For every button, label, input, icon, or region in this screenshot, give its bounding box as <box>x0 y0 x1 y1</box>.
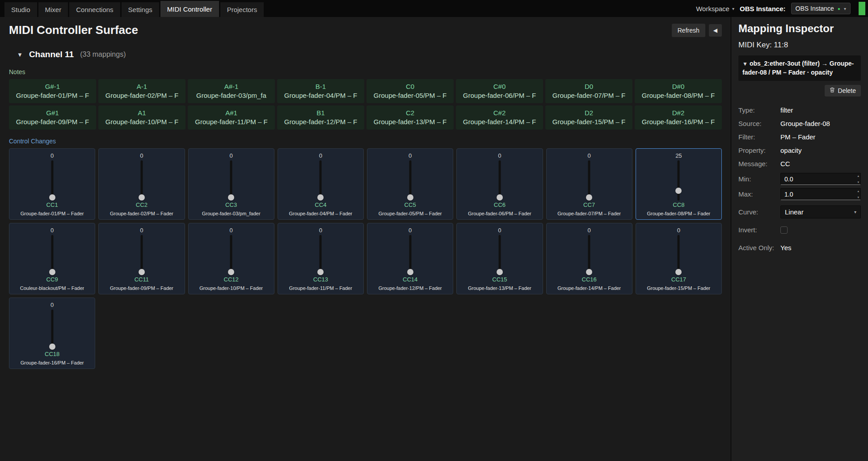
curve-select[interactable]: Linear ▾ <box>780 205 861 218</box>
tab-mixer[interactable]: Mixer <box>38 2 68 17</box>
cc-fader-slider[interactable] <box>281 160 361 201</box>
cc-fader-slider[interactable] <box>12 160 92 201</box>
cc-fader-card[interactable]: 0 CC14 Groupe-fader-12/PM – Fader <box>367 223 453 294</box>
slider-thumb[interactable] <box>317 269 324 275</box>
obs-instance-select[interactable]: OBS Instance ● ▾ <box>791 3 851 14</box>
slider-thumb[interactable] <box>497 269 503 275</box>
slider-thumb[interactable] <box>497 194 503 201</box>
note-mapping-card[interactable]: G#1 Groupe-fader-09/PM – F <box>9 105 96 130</box>
note-mapping-card[interactable]: D#2 Groupe-fader-16/PM – F <box>635 105 722 130</box>
trash-icon <box>830 87 835 94</box>
cc-fader-card[interactable]: 0 CC7 Groupe-fader-07/PM – Fader <box>546 148 632 220</box>
cc-fader-slider[interactable] <box>370 160 450 201</box>
tab-label: Studio <box>11 6 30 13</box>
cc-fader-slider[interactable] <box>459 235 539 275</box>
cc-fader-slider[interactable] <box>281 235 361 275</box>
max-input-field[interactable] <box>781 189 860 200</box>
slider-thumb[interactable] <box>139 269 145 275</box>
collapse-inspector-button[interactable]: ◀ <box>709 24 722 37</box>
slider-thumb[interactable] <box>49 194 55 201</box>
cc-fader-slider[interactable] <box>12 310 92 350</box>
invert-checkbox[interactable] <box>780 226 788 234</box>
note-mapping-card[interactable]: A-1 Groupe-fader-02/PM – F <box>98 79 185 103</box>
cc-fader-card[interactable]: 0 CC5 Groupe-fader-05/PM – Fader <box>367 148 453 220</box>
note-mapping-card[interactable]: D#0 Groupe-fader-08/PM – F <box>635 79 722 103</box>
slider-thumb[interactable] <box>675 188 682 194</box>
channel-name: Channel 11 <box>29 50 74 59</box>
note-mapping-card[interactable]: A#-1 Groupe-fader-03/pm_fa <box>188 79 275 103</box>
cc-fader-card[interactable]: 0 CC9 Couleur-blackout/PM – Fader <box>9 223 95 294</box>
delete-button[interactable]: Delete <box>825 85 861 96</box>
note-mapping-card[interactable]: B1 Groupe-fader-12/PM – F <box>277 105 364 130</box>
workspace-menu[interactable]: Workspace ▾ <box>696 5 734 13</box>
filter-label: Filter: <box>738 133 780 141</box>
slider-thumb[interactable] <box>317 194 324 201</box>
cc-number: CC11 <box>135 276 149 283</box>
cc-fader-card[interactable]: 0 CC4 Groupe-fader-04/PM – Fader <box>278 148 364 220</box>
slider-thumb[interactable] <box>586 269 592 275</box>
cc-number: CC5 <box>405 201 416 208</box>
cc-fader-card[interactable]: 0 CC6 Groupe-fader-06/PM – Fader <box>456 148 543 220</box>
source-label: Source: <box>738 120 780 127</box>
cc-fader-card[interactable]: 0 CC17 Groupe-fader-15/PM – Fader <box>636 223 722 294</box>
note-mapping-card[interactable]: D2 Groupe-fader-15/PM – F <box>545 105 632 130</box>
slider-thumb[interactable] <box>139 194 145 201</box>
tab-studio[interactable]: Studio <box>4 2 37 17</box>
source-row: Source: Groupe-fader-08 <box>738 117 861 130</box>
slider-thumb[interactable] <box>49 269 55 275</box>
slider-thumb[interactable] <box>407 269 413 275</box>
cc-fader-slider[interactable] <box>101 235 181 275</box>
cc-fader-card[interactable]: 0 CC1 Groupe-fader-01/PM – Fader <box>9 148 95 220</box>
note-mapping-card[interactable]: B-1 Groupe-fader-04/PM – F <box>277 79 364 103</box>
slider-thumb[interactable] <box>675 269 682 275</box>
tab-midi-controller[interactable]: MIDI Controller <box>160 1 219 17</box>
cc-fader-card[interactable]: 0 CC12 Groupe-fader-10/PM – Fader <box>188 223 274 294</box>
min-input-field[interactable] <box>781 173 860 184</box>
slider-thumb[interactable] <box>407 194 413 201</box>
cc-fader-card[interactable]: 0 CC13 Groupe-fader-11/PM – Fader <box>278 223 364 294</box>
channel-header[interactable]: ▼ Channel 11 (33 mappings) <box>17 50 722 59</box>
cc-fader-slider[interactable] <box>459 160 539 201</box>
mapping-header[interactable]: ▼obs_2:ether-3out (filter) → Groupe-fade… <box>738 55 861 81</box>
note-mapping-card[interactable]: A1 Groupe-fader-10/PM – F <box>98 105 185 130</box>
cc-fader-slider[interactable] <box>549 235 629 275</box>
cc-fader-slider[interactable] <box>549 160 629 201</box>
spin-up-icon[interactable]: ▴ <box>857 174 859 177</box>
cc-fader-card[interactable]: 0 CC11 Groupe-fader-09/PM – Fader <box>98 223 185 294</box>
note-mapping-card[interactable]: G#-1 Groupe-fader-01/PM – F <box>9 79 96 103</box>
cc-fader-card[interactable]: 0 CC2 Groupe-fader-02/PM – Fader <box>98 148 185 220</box>
max-input[interactable]: ▴ ▾ <box>780 188 861 200</box>
spin-down-icon[interactable]: ▾ <box>857 196 859 199</box>
cc-fader-card[interactable]: 0 CC15 Groupe-fader-13/PM – Fader <box>456 223 543 294</box>
spin-down-icon[interactable]: ▾ <box>857 180 859 184</box>
cc-fader-slider[interactable] <box>101 160 181 201</box>
cc-fader-slider[interactable] <box>639 235 719 275</box>
note-mapping-card[interactable]: C#2 Groupe-fader-14/PM – F <box>456 105 543 130</box>
slider-thumb[interactable] <box>228 269 234 275</box>
cc-fader-slider[interactable] <box>191 235 271 275</box>
tab-settings[interactable]: Settings <box>122 2 159 17</box>
note-mapping-card[interactable]: C2 Groupe-fader-13/PM – F <box>367 105 454 130</box>
spin-up-icon[interactable]: ▴ <box>857 189 859 193</box>
note-mapping-card[interactable]: A#1 Groupe-fader-11/PM – F <box>188 105 275 130</box>
cc-fader-slider[interactable] <box>639 160 719 201</box>
min-input[interactable]: ▴ ▾ <box>780 173 861 185</box>
cc-fader-card[interactable]: 0 CC18 Groupe-fader-16/PM – Fader <box>9 298 95 369</box>
note-mapping-card[interactable]: D0 Groupe-fader-07/PM – F <box>545 79 632 103</box>
slider-thumb[interactable] <box>586 194 592 201</box>
note-name: D2 <box>548 109 630 117</box>
slider-thumb[interactable] <box>228 194 234 201</box>
cc-fader-slider[interactable] <box>370 235 450 275</box>
tab-projectors[interactable]: Projectors <box>220 2 264 17</box>
note-mapping-card[interactable]: C#0 Groupe-fader-06/PM – F <box>456 79 543 103</box>
note-mapping-card[interactable]: C0 Groupe-fader-05/PM – F <box>367 79 454 103</box>
slider-thumb[interactable] <box>49 344 55 350</box>
tab-connections[interactable]: Connections <box>69 2 120 17</box>
cc-fader-card[interactable]: 0 CC3 Groupe-fader-03/pm_fader <box>188 148 274 220</box>
cc-fader-card[interactable]: 25 CC8 Groupe-fader-08/PM – Fader <box>636 148 722 220</box>
cc-fader-card[interactable]: 0 CC16 Groupe-fader-14/PM – Fader <box>546 223 632 294</box>
cc-fader-slider[interactable] <box>12 235 92 275</box>
property-row: Property: opacity <box>738 144 861 157</box>
cc-fader-slider[interactable] <box>191 160 271 201</box>
refresh-button[interactable]: Refresh <box>672 24 705 37</box>
